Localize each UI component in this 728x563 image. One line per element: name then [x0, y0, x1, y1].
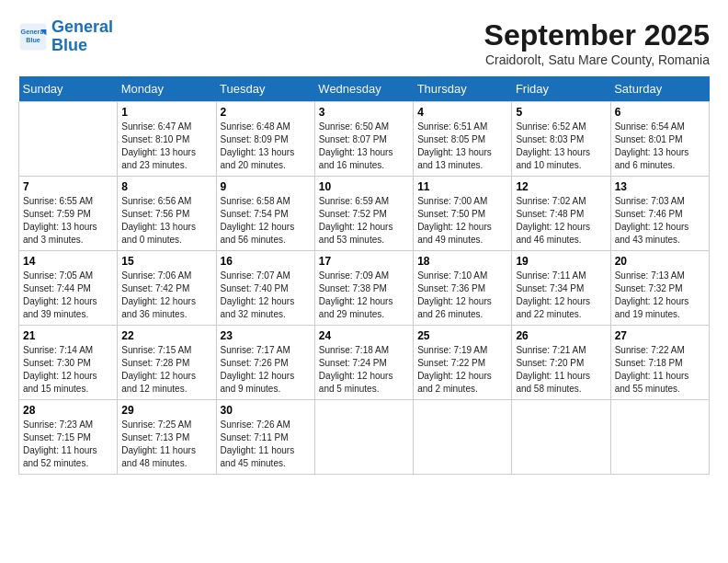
calendar-cell [610, 400, 709, 475]
day-number: 28 [23, 404, 113, 417]
calendar-cell [414, 400, 512, 475]
page-header: General Blue General Blue September 2025… [18, 18, 710, 67]
day-info: Sunrise: 7:17 AM Sunset: 7:26 PM Dayligh… [221, 344, 311, 396]
day-info: Sunrise: 7:18 AM Sunset: 7:24 PM Dayligh… [319, 344, 409, 396]
day-info: Sunrise: 7:00 AM Sunset: 7:50 PM Dayligh… [417, 195, 507, 247]
day-number: 11 [417, 180, 507, 193]
day-info: Sunrise: 7:13 AM Sunset: 7:32 PM Dayligh… [615, 270, 705, 321]
calendar-cell: 29Sunrise: 7:25 AM Sunset: 7:13 PM Dayli… [118, 400, 216, 475]
day-info: Sunrise: 7:02 AM Sunset: 7:48 PM Dayligh… [516, 195, 606, 247]
day-info: Sunrise: 7:19 AM Sunset: 7:22 PM Dayligh… [417, 344, 507, 396]
day-info: Sunrise: 6:48 AM Sunset: 8:09 PM Dayligh… [221, 121, 311, 172]
day-number: 17 [319, 255, 409, 268]
calendar-cell: 27Sunrise: 7:22 AM Sunset: 7:18 PM Dayli… [610, 326, 709, 400]
day-info: Sunrise: 7:14 AM Sunset: 7:30 PM Dayligh… [23, 344, 113, 396]
day-number: 6 [615, 106, 705, 119]
day-number: 18 [417, 255, 507, 268]
calendar-cell: 5Sunrise: 6:52 AM Sunset: 8:03 PM Daylig… [512, 102, 610, 177]
logo-icon: General Blue [18, 22, 48, 52]
location-subtitle: Craidorolt, Satu Mare County, Romania [484, 52, 710, 67]
svg-text:Blue: Blue [26, 35, 40, 43]
day-info: Sunrise: 7:11 AM Sunset: 7:34 PM Dayligh… [516, 270, 606, 321]
day-info: Sunrise: 7:07 AM Sunset: 7:40 PM Dayligh… [221, 270, 311, 321]
day-info: Sunrise: 6:50 AM Sunset: 8:07 PM Dayligh… [319, 121, 409, 172]
calendar-cell: 8Sunrise: 6:56 AM Sunset: 7:56 PM Daylig… [118, 177, 216, 251]
calendar-week-row: 21Sunrise: 7:14 AM Sunset: 7:30 PM Dayli… [19, 326, 710, 400]
day-number: 4 [417, 106, 507, 119]
day-info: Sunrise: 7:26 AM Sunset: 7:11 PM Dayligh… [221, 419, 311, 470]
day-number: 24 [319, 329, 409, 342]
calendar-cell: 2Sunrise: 6:48 AM Sunset: 8:09 PM Daylig… [216, 102, 314, 177]
day-number: 21 [23, 329, 113, 342]
day-info: Sunrise: 7:06 AM Sunset: 7:42 PM Dayligh… [121, 270, 211, 321]
day-number: 20 [615, 255, 705, 268]
calendar-cell: 3Sunrise: 6:50 AM Sunset: 8:07 PM Daylig… [314, 102, 413, 177]
day-info: Sunrise: 7:05 AM Sunset: 7:44 PM Dayligh… [23, 270, 113, 321]
day-info: Sunrise: 7:22 AM Sunset: 7:18 PM Dayligh… [615, 344, 705, 396]
day-info: Sunrise: 7:15 AM Sunset: 7:28 PM Dayligh… [121, 344, 211, 396]
calendar-cell: 21Sunrise: 7:14 AM Sunset: 7:30 PM Dayli… [19, 326, 118, 400]
day-number: 23 [221, 329, 311, 342]
calendar-cell: 6Sunrise: 6:54 AM Sunset: 8:01 PM Daylig… [610, 102, 709, 177]
svg-text:General: General [21, 28, 46, 36]
calendar-cell [19, 102, 118, 177]
day-number: 27 [615, 329, 705, 342]
day-number: 8 [121, 180, 211, 193]
day-info: Sunrise: 7:09 AM Sunset: 7:38 PM Dayligh… [319, 270, 409, 321]
calendar-cell: 4Sunrise: 6:51 AM Sunset: 8:05 PM Daylig… [414, 102, 512, 177]
calendar-cell: 11Sunrise: 7:00 AM Sunset: 7:50 PM Dayli… [414, 177, 512, 251]
calendar-cell: 23Sunrise: 7:17 AM Sunset: 7:26 PM Dayli… [216, 326, 314, 400]
calendar-cell [314, 400, 413, 475]
day-number: 14 [23, 255, 113, 268]
day-number: 16 [221, 255, 311, 268]
calendar-cell: 9Sunrise: 6:58 AM Sunset: 7:54 PM Daylig… [216, 177, 314, 251]
day-info: Sunrise: 6:47 AM Sunset: 8:10 PM Dayligh… [121, 121, 211, 172]
calendar-cell [512, 400, 610, 475]
calendar-cell: 25Sunrise: 7:19 AM Sunset: 7:22 PM Dayli… [414, 326, 512, 400]
day-number: 1 [121, 106, 211, 119]
calendar-cell: 16Sunrise: 7:07 AM Sunset: 7:40 PM Dayli… [216, 251, 314, 326]
day-number: 3 [319, 106, 409, 119]
day-info: Sunrise: 7:25 AM Sunset: 7:13 PM Dayligh… [121, 419, 211, 470]
day-number: 12 [516, 180, 606, 193]
calendar-cell: 26Sunrise: 7:21 AM Sunset: 7:20 PM Dayli… [512, 326, 610, 400]
calendar-cell: 12Sunrise: 7:02 AM Sunset: 7:48 PM Dayli… [512, 177, 610, 251]
calendar-table: SundayMondayTuesdayWednesdayThursdayFrid… [18, 76, 710, 475]
calendar-header-row: SundayMondayTuesdayWednesdayThursdayFrid… [19, 76, 710, 102]
calendar-cell: 14Sunrise: 7:05 AM Sunset: 7:44 PM Dayli… [19, 251, 118, 326]
day-header-tuesday: Tuesday [216, 76, 314, 102]
day-info: Sunrise: 7:10 AM Sunset: 7:36 PM Dayligh… [417, 270, 507, 321]
calendar-cell: 19Sunrise: 7:11 AM Sunset: 7:34 PM Dayli… [512, 251, 610, 326]
calendar-cell: 13Sunrise: 7:03 AM Sunset: 7:46 PM Dayli… [610, 177, 709, 251]
calendar-cell: 18Sunrise: 7:10 AM Sunset: 7:36 PM Dayli… [414, 251, 512, 326]
day-info: Sunrise: 7:21 AM Sunset: 7:20 PM Dayligh… [516, 344, 606, 396]
day-number: 5 [516, 106, 606, 119]
day-header-friday: Friday [512, 76, 610, 102]
calendar-week-row: 14Sunrise: 7:05 AM Sunset: 7:44 PM Dayli… [19, 251, 710, 326]
month-title: September 2025 [484, 18, 710, 52]
day-number: 15 [121, 255, 211, 268]
calendar-week-row: 7Sunrise: 6:55 AM Sunset: 7:59 PM Daylig… [19, 177, 710, 251]
calendar-cell: 1Sunrise: 6:47 AM Sunset: 8:10 PM Daylig… [118, 102, 216, 177]
calendar-cell: 20Sunrise: 7:13 AM Sunset: 7:32 PM Dayli… [610, 251, 709, 326]
day-number: 9 [221, 180, 311, 193]
day-number: 10 [319, 180, 409, 193]
day-number: 2 [221, 106, 311, 119]
day-info: Sunrise: 6:52 AM Sunset: 8:03 PM Dayligh… [516, 121, 606, 172]
day-info: Sunrise: 6:55 AM Sunset: 7:59 PM Dayligh… [23, 195, 113, 247]
day-info: Sunrise: 6:54 AM Sunset: 8:01 PM Dayligh… [615, 121, 705, 172]
day-info: Sunrise: 6:59 AM Sunset: 7:52 PM Dayligh… [319, 195, 409, 247]
day-number: 22 [121, 329, 211, 342]
logo: General Blue General Blue [18, 18, 113, 55]
day-number: 26 [516, 329, 606, 342]
day-info: Sunrise: 7:03 AM Sunset: 7:46 PM Dayligh… [615, 195, 705, 247]
day-header-thursday: Thursday [414, 76, 512, 102]
day-info: Sunrise: 7:23 AM Sunset: 7:15 PM Dayligh… [23, 419, 113, 470]
day-info: Sunrise: 6:58 AM Sunset: 7:54 PM Dayligh… [221, 195, 311, 247]
calendar-cell: 30Sunrise: 7:26 AM Sunset: 7:11 PM Dayli… [216, 400, 314, 475]
calendar-cell: 22Sunrise: 7:15 AM Sunset: 7:28 PM Dayli… [118, 326, 216, 400]
logo-text: General Blue [51, 18, 113, 55]
title-section: September 2025 Craidorolt, Satu Mare Cou… [484, 18, 710, 67]
calendar-cell: 28Sunrise: 7:23 AM Sunset: 7:15 PM Dayli… [19, 400, 118, 475]
day-number: 25 [417, 329, 507, 342]
